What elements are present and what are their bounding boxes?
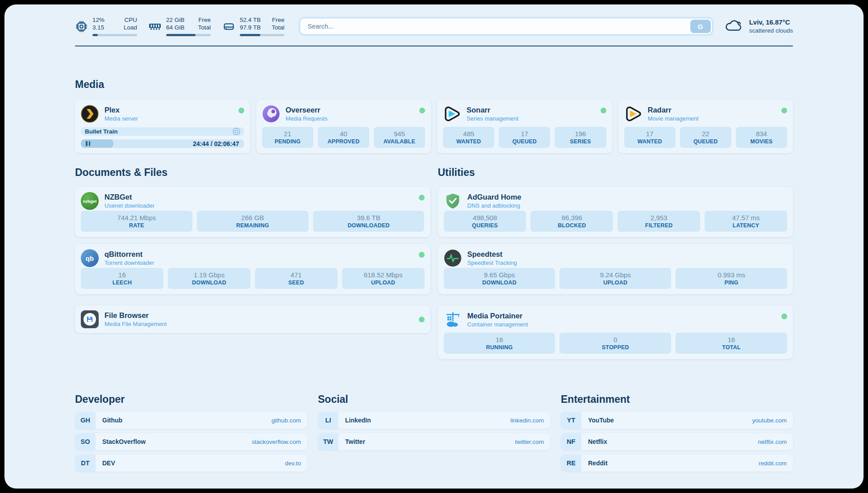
bookmark-abbr: DT xyxy=(75,455,96,472)
bookmark-url: netflix.com xyxy=(758,439,787,445)
memory-values: 22 GiB 64 GiB xyxy=(166,17,184,32)
stat-series: 196 SERIES xyxy=(555,127,606,148)
status-dot xyxy=(781,313,787,319)
bookmark-url: github.com xyxy=(271,417,301,424)
app-subtitle: Usenet downloader xyxy=(104,202,154,209)
speedtest-app-link[interactable]: Speedtest Speedtest Tracking xyxy=(444,249,517,267)
bookmark-abbr: TW xyxy=(318,433,338,450)
stat-pending: 21 PENDING xyxy=(262,127,313,148)
adguard-card: AdGuard Home DNS and adblocking 498,508 … xyxy=(438,187,793,237)
resource-widgets: 12% 3.15 CPU Load xyxy=(75,17,284,36)
bookmark-name: Netflix xyxy=(588,438,607,445)
bookmark-name: Reddit xyxy=(588,460,608,467)
bookmark-twitter[interactable]: TW Twitter twitter.com xyxy=(318,433,550,450)
weather-widget: Lviv, 16.87°C scattered clouds xyxy=(724,18,793,34)
playback-progress-bar: 24:44 / 02:06:47 xyxy=(81,139,244,148)
memory-labels: Free Total xyxy=(198,17,211,32)
app-title: File Browser xyxy=(104,311,167,320)
stat-downloaded: 39.6 TB DOWNLOADED xyxy=(313,211,425,232)
disk-labels: Free Total xyxy=(271,17,284,32)
stat-download: 1.19 Gbps DOWNLOAD xyxy=(168,268,250,289)
pause-icon xyxy=(86,141,88,146)
now-playing-title: Bullet Train xyxy=(85,128,118,135)
filebrowser-icon xyxy=(81,310,99,328)
entertainment-heading: Entertainment xyxy=(561,393,793,405)
radarr-app-link[interactable]: Radarr Movie management xyxy=(624,105,699,123)
bookmark-name: DEV xyxy=(102,460,115,467)
overseerr-app-link[interactable]: Overseerr Media Requests xyxy=(262,105,328,123)
search-input[interactable] xyxy=(301,23,690,30)
bookmark-url: reddit.com xyxy=(759,460,787,467)
status-dot xyxy=(601,108,606,113)
disk-icon xyxy=(222,20,235,33)
cloud-icon xyxy=(724,18,743,34)
bookmark-reddit[interactable]: RE Reddit reddit.com xyxy=(561,455,793,472)
portainer-app-link[interactable]: Media Portainer Container management xyxy=(444,311,528,329)
qbittorrent-app-link[interactable]: qb qBittorrent Torrent downloader xyxy=(81,249,154,267)
bookmark-url: youtube.com xyxy=(752,417,787,424)
overseerr-card: Overseerr Media Requests 21 PENDING 40 A… xyxy=(256,100,431,153)
app-title: Media Portainer xyxy=(467,312,528,321)
screen-frame: 12% 3.15 CPU Load xyxy=(0,0,868,493)
stat-available: 945 AVAILABLE xyxy=(374,127,425,148)
app-subtitle: Media Requests xyxy=(286,115,328,122)
search-provider-button[interactable]: G xyxy=(690,20,711,33)
now-playing-view-icon[interactable] xyxy=(233,128,240,135)
bookmark-linkedin[interactable]: LI LinkedIn linkedin.com xyxy=(318,412,550,429)
cpu-labels: CPU Load xyxy=(124,17,137,32)
developer-bookmarks: Developer GH Github github.com SO StackO… xyxy=(75,393,307,476)
stat-ping: 0.993 ms PING xyxy=(676,268,787,289)
nzbget-card: nzbget NZBGet Usenet downloader 744.21 M… xyxy=(75,187,430,237)
social-bookmarks: Social LI LinkedIn linkedin.com TW Twitt… xyxy=(318,393,550,476)
app-title: Plex xyxy=(104,106,138,115)
sonarr-app-link[interactable]: Sonarr Series management xyxy=(443,105,518,123)
bookmark-name: Github xyxy=(102,417,122,424)
adguard-app-link[interactable]: AdGuard Home DNS and adblocking xyxy=(444,192,522,210)
stat-queries: 498,508 QUERIES xyxy=(444,211,526,232)
utilities-section: Utilities Ad xyxy=(438,167,793,366)
app-subtitle: Series management xyxy=(467,115,518,122)
bookmark-abbr: GH xyxy=(75,412,96,429)
app-title: qBittorrent xyxy=(104,250,154,259)
portainer-card: Media Portainer Container management 16 … xyxy=(438,305,793,359)
status-dot xyxy=(419,108,425,113)
stat-wanted: 17 WANTED xyxy=(624,127,676,148)
bookmark-dev[interactable]: DT DEV dev.to xyxy=(75,455,307,472)
stat-filtered: 2,953 FILTERED xyxy=(618,211,700,232)
status-dot xyxy=(419,252,425,258)
app-title: Speedtest xyxy=(467,250,517,259)
bookmark-netflix[interactable]: NF Netflix netflix.com xyxy=(561,433,793,450)
nzbget-app-link[interactable]: nzbget NZBGet Usenet downloader xyxy=(81,192,154,210)
stat-upload: 618.52 Mbps UPLOAD xyxy=(342,268,425,289)
now-playing-row: Bullet Train xyxy=(81,127,244,136)
speedtest-card: Speedtest Speedtest Tracking 9.65 Gbps D… xyxy=(438,244,793,294)
app-subtitle: Container management xyxy=(467,321,528,328)
topbar-divider xyxy=(75,46,793,46)
bookmark-url: linkedin.com xyxy=(510,417,544,424)
bookmark-abbr: NF xyxy=(561,433,581,450)
filebrowser-card: File Browser Media File Management xyxy=(75,305,430,333)
bookmark-abbr: SO xyxy=(75,433,96,450)
bookmark-url: stackoverflow.com xyxy=(252,439,301,445)
status-dot xyxy=(781,108,787,113)
bookmark-stackoverflow[interactable]: SO StackOverflow stackoverflow.com xyxy=(75,433,307,450)
portainer-crane-icon xyxy=(444,311,462,329)
pause-button[interactable] xyxy=(81,139,113,148)
stat-upload: 9.24 Gbps UPLOAD xyxy=(559,268,671,289)
bookmark-youtube[interactable]: YT YouTube youtube.com xyxy=(561,412,793,429)
filebrowser-app-link[interactable]: File Browser Media File Management xyxy=(81,310,167,328)
app-subtitle: Media server xyxy=(104,115,138,122)
cpu-progress-bar xyxy=(92,34,137,36)
documents-heading: Documents & Files xyxy=(75,167,430,179)
stat-running: 16 RUNNING xyxy=(444,333,555,354)
bookmark-github[interactable]: GH Github github.com xyxy=(75,412,307,429)
status-dot xyxy=(238,108,244,113)
stat-approved: 40 APPROVED xyxy=(318,127,369,148)
plex-app-link[interactable]: Plex Media server xyxy=(81,105,138,123)
bookmark-url: dev.to xyxy=(285,460,301,467)
sonarr-card: Sonarr Series management 485 WANTED 17 Q… xyxy=(437,100,612,153)
dashboard-page: 12% 3.15 CPU Load xyxy=(4,4,864,489)
memory-icon xyxy=(149,20,161,33)
top-bar: 12% 3.15 CPU Load xyxy=(75,14,793,38)
stat-wanted: 485 WANTED xyxy=(443,127,494,148)
